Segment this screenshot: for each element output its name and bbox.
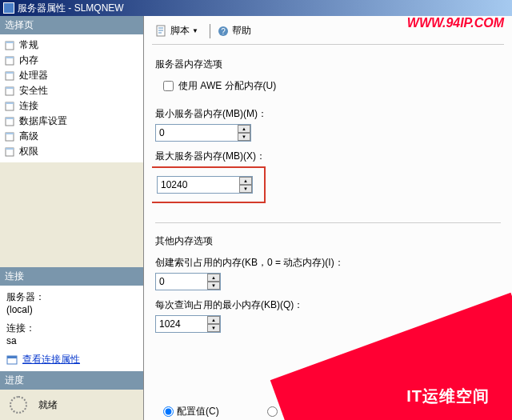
progress-header: 进度 — [0, 371, 143, 390]
page-icon — [5, 102, 16, 111]
svg-rect-5 — [6, 72, 14, 74]
other-memory-title: 其他内存选项 — [155, 234, 501, 248]
page-icon — [5, 132, 16, 142]
toolbar-separator — [210, 24, 210, 38]
spin-up-button[interactable]: ▲ — [207, 274, 220, 282]
server-memory-title: 服务器内存选项 — [155, 58, 501, 71]
sidebar-item-label: 安全性 — [19, 84, 48, 98]
use-awe-checkbox[interactable] — [163, 81, 174, 91]
sidebar-item-label: 高级 — [19, 130, 38, 143]
sidebar-item-connections[interactable]: 连接 — [2, 98, 142, 114]
max-memory-input[interactable] — [157, 176, 253, 194]
page-icon — [5, 147, 16, 157]
sidebar-item-processors[interactable]: 处理器 — [2, 68, 142, 83]
sidebar-item-label: 权限 — [19, 145, 38, 158]
script-button[interactable]: 脚本 ▼ — [152, 22, 202, 39]
max-memory-label: 最大服务器内存(MB)(X)： — [155, 150, 501, 163]
server-value: (local) — [6, 304, 137, 315]
svg-rect-9 — [6, 102, 14, 104]
spin-down-button[interactable]: ▼ — [238, 133, 250, 141]
running-value-radio[interactable] — [267, 406, 278, 417]
window-title: 服务器属性 - SLMQNEW — [18, 2, 124, 15]
query-memory-label: 每次查询占用的最小内存(KB)(Q)： — [155, 298, 501, 312]
connection-panel: 连接 服务器： (local) 连接： sa 查看连接属性 — [0, 267, 143, 371]
sidebar-item-label: 连接 — [19, 99, 38, 113]
index-memory-label: 创建索引占用的内存(KB，0 = 动态内存)(I)： — [155, 256, 501, 270]
watermark-url: WWW.94IP.COM — [407, 16, 504, 30]
min-memory-input[interactable] — [155, 124, 251, 142]
config-value-label: 配置值(C) — [177, 405, 219, 418]
spin-down-button[interactable]: ▼ — [239, 185, 252, 193]
spinner-icon — [10, 396, 27, 414]
login-label: 连接： — [6, 322, 137, 335]
sidebar-item-advanced[interactable]: 高级 — [2, 129, 142, 144]
view-connection-properties-link[interactable]: 查看连接属性 — [22, 353, 80, 366]
progress-text: 就绪 — [38, 398, 58, 412]
sidebar-item-permissions[interactable]: 权限 — [2, 144, 142, 159]
page-tree: 常规 内存 处理器 安全性 连接 数据库设置 — [0, 34, 143, 162]
page-icon — [5, 41, 16, 50]
svg-rect-1 — [6, 42, 14, 43]
use-awe-label: 使用 AWE 分配内存(U) — [178, 79, 276, 93]
sidebar-item-label: 内存 — [19, 54, 38, 67]
spin-up-button[interactable]: ▲ — [238, 125, 250, 133]
titlebar: 服务器属性 - SLMQNEW — [0, 0, 512, 16]
progress-panel: 进度 就绪 — [0, 371, 143, 420]
sidebar-item-security[interactable]: 安全性 — [2, 83, 142, 98]
config-value-radio[interactable] — [163, 406, 174, 417]
spin-down-button[interactable]: ▼ — [207, 324, 220, 332]
help-button[interactable]: ? 帮助 — [214, 22, 254, 39]
page-icon — [5, 71, 16, 81]
svg-rect-17 — [7, 356, 17, 358]
section-divider — [155, 222, 501, 223]
svg-rect-7 — [6, 87, 14, 89]
page-icon — [5, 56, 16, 66]
sidebar-item-general[interactable]: 常规 — [2, 38, 142, 53]
page-icon — [5, 86, 16, 96]
sidebar: 选择页 常规 内存 处理器 安全性 连接 — [0, 16, 144, 420]
svg-rect-13 — [6, 133, 14, 134]
connection-header: 连接 — [0, 267, 143, 286]
app-icon — [3, 2, 14, 14]
help-label: 帮助 — [232, 24, 251, 38]
highlight-annotation: ▲▼ — [152, 166, 266, 203]
select-page-header: 选择页 — [0, 16, 143, 34]
login-value: sa — [6, 335, 137, 346]
spin-up-button[interactable]: ▲ — [239, 177, 252, 185]
dropdown-arrow-icon: ▼ — [192, 27, 198, 34]
help-icon: ? — [217, 25, 230, 38]
spin-down-button[interactable]: ▼ — [207, 282, 220, 290]
sidebar-item-label: 常规 — [19, 38, 38, 52]
sidebar-item-label: 数据库设置 — [19, 114, 67, 128]
svg-rect-15 — [6, 148, 14, 150]
sidebar-item-database-settings[interactable]: 数据库设置 — [2, 114, 142, 129]
svg-rect-3 — [6, 57, 14, 58]
spin-up-button[interactable]: ▲ — [207, 316, 220, 324]
svg-rect-11 — [6, 118, 14, 119]
properties-icon — [6, 354, 19, 366]
sidebar-item-memory[interactable]: 内存 — [2, 53, 142, 68]
watermark-text: IT运维空间 — [406, 386, 490, 407]
min-memory-label: 最小服务器内存(MB)(M)： — [155, 107, 501, 121]
sidebar-item-label: 处理器 — [19, 69, 48, 82]
svg-text:?: ? — [221, 27, 226, 36]
script-label: 脚本 — [170, 24, 190, 38]
server-label: 服务器： — [6, 290, 137, 304]
script-icon — [155, 25, 168, 38]
page-icon — [5, 117, 16, 126]
